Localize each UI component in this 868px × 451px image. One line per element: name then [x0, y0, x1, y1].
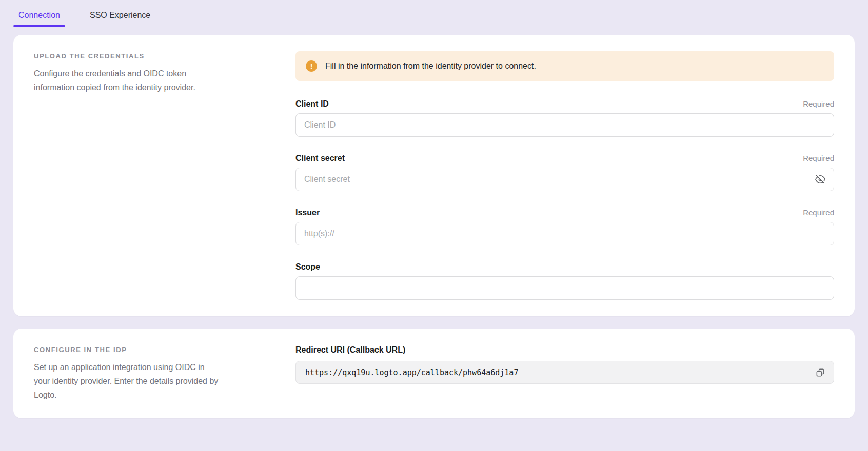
credentials-section-description: Configure the credentials and OIDC token…	[34, 67, 273, 94]
redirect-uri-label: Redirect URI (Callback URL)	[295, 345, 834, 355]
alert-text: Fill in the information from the identit…	[325, 61, 536, 71]
alert-circle-icon: !	[306, 60, 317, 72]
copy-icon	[815, 367, 825, 378]
credentials-card: UPLOAD THE CREDENTIALS Configure the cre…	[13, 35, 855, 316]
issuer-label: Issuer	[295, 208, 320, 217]
client-secret-field: Client secret Required	[295, 154, 834, 191]
credentials-section-title: UPLOAD THE CREDENTIALS	[34, 51, 273, 60]
tab-connection[interactable]: Connection	[13, 11, 65, 26]
scope-input[interactable]	[295, 276, 834, 300]
issuer-required-badge: Required	[803, 208, 834, 217]
credentials-intro-column: UPLOAD THE CREDENTIALS Configure the cre…	[34, 51, 273, 300]
tab-bar: Connection SSO Experience	[0, 0, 868, 26]
toggle-secret-visibility-button[interactable]	[811, 170, 830, 189]
client-secret-required-badge: Required	[803, 154, 834, 162]
idp-section-description: Set up an application integration using …	[34, 360, 273, 402]
client-secret-label: Client secret	[295, 154, 345, 163]
scope-label: Scope	[295, 262, 320, 272]
client-secret-input[interactable]	[296, 168, 811, 191]
redirect-uri-value: https://qxq19u.logto.app/callback/phw64a…	[305, 368, 811, 377]
idp-card: CONFIGURE IN THE IDP Set up an applicati…	[13, 329, 855, 418]
idp-section-title: CONFIGURE IN THE IDP	[34, 345, 273, 354]
client-id-label: Client ID	[295, 99, 329, 109]
issuer-input[interactable]	[295, 222, 834, 245]
redirect-uri-copy-box: https://qxq19u.logto.app/callback/phw64a…	[295, 361, 834, 384]
copy-button[interactable]	[811, 363, 830, 382]
tab-connection-label: Connection	[18, 11, 60, 19]
scope-field: Scope	[295, 262, 834, 300]
client-id-required-badge: Required	[803, 99, 834, 108]
client-secret-input-wrap	[295, 168, 834, 191]
credentials-form-column: ! Fill in the information from the ident…	[295, 51, 834, 300]
issuer-field: Issuer Required	[295, 208, 834, 245]
tab-sso-experience[interactable]: SSO Experience	[85, 11, 155, 26]
alert-banner: ! Fill in the information from the ident…	[295, 51, 834, 81]
eye-off-icon	[815, 174, 826, 185]
client-id-input[interactable]	[295, 113, 834, 137]
client-id-field: Client ID Required	[295, 99, 834, 137]
tab-sso-experience-label: SSO Experience	[90, 11, 150, 19]
idp-intro-column: CONFIGURE IN THE IDP Set up an applicati…	[34, 345, 273, 402]
idp-form-column: Redirect URI (Callback URL) https://qxq1…	[295, 345, 834, 402]
